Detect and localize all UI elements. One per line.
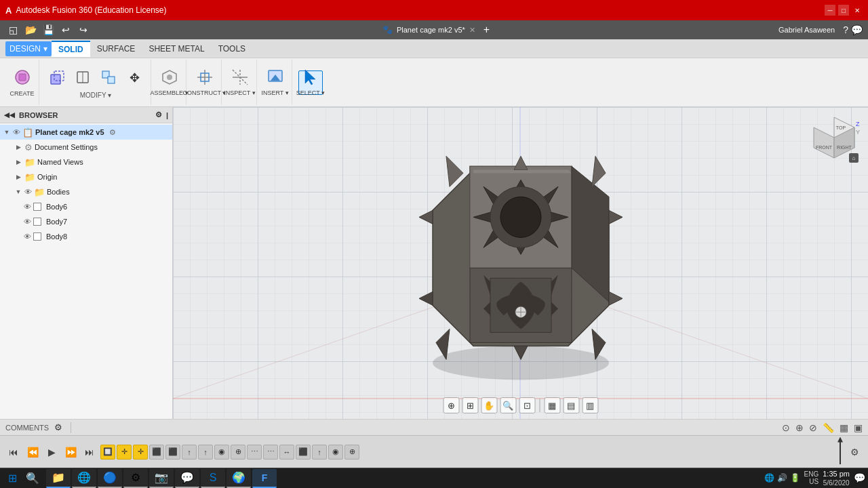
inspect-button[interactable]: INSPECT ▾ <box>228 70 252 95</box>
zoom-button[interactable]: 🔍 <box>500 397 516 413</box>
tl-icon-13[interactable]: ↑ <box>312 445 327 460</box>
open-button[interactable]: 📂 <box>23 22 38 37</box>
insert-group: INSERT ▾ <box>258 60 292 105</box>
grid-settings-button[interactable]: ▤ <box>563 397 579 413</box>
timeline-play-button[interactable]: ▶ <box>43 444 60 460</box>
browser-expand-icon[interactable]: | <box>166 111 168 119</box>
tl-icon-6[interactable]: ↑ <box>198 445 213 460</box>
tab-surface[interactable]: SURFACE <box>90 41 142 56</box>
save-button[interactable]: 💾 <box>41 22 56 37</box>
new-button[interactable]: ◱ <box>5 22 20 37</box>
search-button[interactable]: 🔍 <box>23 469 42 488</box>
browser-arrow-left[interactable]: ◀◀ <box>4 111 15 119</box>
construct-button[interactable]: CONSTRUCT ▾ <box>193 70 217 95</box>
tab-close-icon[interactable]: ✕ <box>469 26 475 35</box>
tl-icon-11[interactable]: ↔ <box>279 445 294 460</box>
taskbar-app5[interactable]: 📷 <box>149 469 174 488</box>
redo-button[interactable]: ↪ <box>76 22 91 37</box>
pan-button[interactable]: ✋ <box>481 397 497 413</box>
tree-item-body8[interactable]: 👁 Body8 <box>0 229 172 244</box>
section-button[interactable]: ⊘ <box>809 422 817 433</box>
tab-sheet-metal[interactable]: SHEET METAL <box>142 41 211 56</box>
tl-icon-2[interactable]: ✛ <box>133 445 148 460</box>
close-button[interactable]: ✕ <box>852 5 863 16</box>
tree-item-bodies[interactable]: ▼ 👁 📁 Bodies <box>0 184 172 199</box>
modify-btn2[interactable] <box>71 66 95 90</box>
viewport-settings-button[interactable]: ▥ <box>582 397 598 413</box>
assemble-button[interactable]: ASSEMBLE ▾ <box>157 70 182 95</box>
tl-icon-0[interactable]: 🔲 <box>100 445 115 460</box>
tree-item-origin[interactable]: ▶ 📁 Origin <box>0 169 172 184</box>
tree-settings-icon[interactable]: ⚙ <box>109 128 116 137</box>
app-logo-icon: A <box>5 5 12 16</box>
help-button[interactable]: ? <box>843 24 848 35</box>
look-at-button[interactable]: ⊞ <box>462 397 478 413</box>
timeline-settings-button[interactable]: ⚙ <box>846 444 863 460</box>
taskbar-chrome[interactable]: 🌐 <box>72 469 96 488</box>
tl-icon-15[interactable]: ⊕ <box>344 445 359 460</box>
undo-button[interactable]: ↩ <box>58 22 73 37</box>
tl-icon-9[interactable]: ⋯ <box>247 445 262 460</box>
measure-button[interactable]: 📏 <box>823 422 834 433</box>
browser-settings-icon[interactable]: ⚙ <box>155 110 162 119</box>
feedback-button[interactable]: 💬 <box>851 24 863 35</box>
status-settings-icon[interactable]: ⚙ <box>54 422 62 432</box>
tl-icon-7[interactable]: ◉ <box>214 445 229 460</box>
grid-toggle[interactable]: ▦ <box>840 422 848 433</box>
minimize-button[interactable]: ─ <box>825 5 835 16</box>
taskbar-skype[interactable]: S <box>201 469 225 488</box>
timeline-cursor[interactable] <box>840 440 841 464</box>
new-tab-button[interactable]: + <box>484 24 490 36</box>
display-settings-button[interactable]: ▦ <box>544 397 560 413</box>
tl-icon-4[interactable]: ⬛ <box>165 445 180 460</box>
modify-btn3[interactable] <box>96 66 121 90</box>
tl-icon-14[interactable]: ◉ <box>328 445 343 460</box>
tl-icon-3[interactable]: ⬛ <box>149 445 164 460</box>
move-button[interactable]: ✥ <box>122 66 146 90</box>
timeline-end-button[interactable]: ⏭ <box>81 444 98 460</box>
timeline-next-button[interactable]: ⏩ <box>62 444 79 460</box>
orbit-button[interactable]: ⊕ <box>443 397 459 413</box>
tl-icon-1[interactable]: ✛ <box>117 445 132 460</box>
taskbar-app6[interactable]: 💬 <box>175 469 199 488</box>
tl-icon-5[interactable]: ↑ <box>182 445 197 460</box>
notification-icon[interactable]: 💬 <box>854 472 865 483</box>
tab-solid[interactable]: SOLID <box>52 41 90 57</box>
timeline-start-button[interactable]: ⏮ <box>5 444 22 460</box>
taskbar-file-explorer[interactable]: 📁 <box>46 469 71 488</box>
tree-item-doc-settings[interactable]: ▶ ⚙ Document Settings <box>0 140 172 155</box>
select-button[interactable]: SELECT ▾ <box>298 70 323 95</box>
tree-item-root[interactable]: ▼ 👁 📋 Planet cage mk2 v5 ⚙ <box>0 125 172 140</box>
insert-button[interactable]: INSERT ▾ <box>263 70 288 95</box>
tree-item-body7[interactable]: 👁 Body7 <box>0 214 172 229</box>
file-explorer-icon: 📁 <box>52 471 65 484</box>
maximize-button[interactable]: □ <box>838 5 849 16</box>
appearance-button[interactable]: ▣ <box>854 422 863 433</box>
visibility-icon-body7[interactable]: 👁 <box>24 218 31 226</box>
taskbar-app3[interactable]: 🔵 <box>98 469 122 488</box>
tl-icon-10[interactable]: ⋯ <box>263 445 278 460</box>
tl-icon-12[interactable]: ⬛ <box>296 445 311 460</box>
visibility-icon-body8[interactable]: 👁 <box>24 232 31 241</box>
design-mode-selector[interactable]: DESIGN ▾ <box>5 41 52 56</box>
fit-button[interactable]: ⊡ <box>519 397 535 413</box>
viewport[interactable]: TOP FRONT RIGHT ⌂ Z Y ⊕ ⊞ ✋ 🔍 ⊡ ▦ ▤ <box>173 107 868 419</box>
tree-item-named-views[interactable]: ▶ 📁 Named Views <box>0 155 172 169</box>
create-button[interactable]: CREATE <box>10 70 35 95</box>
visibility-icon-body6[interactable]: 👁 <box>24 203 31 211</box>
tree-item-body6[interactable]: 👁 Body6 <box>0 199 172 214</box>
start-button[interactable]: ⊞ <box>3 469 22 488</box>
timeline-prev-button[interactable]: ⏪ <box>24 444 41 460</box>
taskbar-app4[interactable]: ⚙ <box>123 469 148 488</box>
explode-button[interactable]: ⊕ <box>795 422 804 433</box>
camera-button[interactable]: ⊙ <box>782 422 790 433</box>
tab-tools[interactable]: TOOLS <box>212 41 252 56</box>
taskbar-browser2[interactable]: 🌍 <box>226 469 251 488</box>
visibility-icon-root[interactable]: 👁 <box>13 128 20 136</box>
modify-btn1[interactable] <box>45 66 69 90</box>
viewcube[interactable]: TOP FRONT RIGHT ⌂ Z Y <box>807 114 861 168</box>
tab-title: Planet cage mk2 v5* <box>397 26 465 34</box>
visibility-icon-bodies[interactable]: 👁 <box>24 188 32 196</box>
taskbar-fusion[interactable]: F <box>252 469 277 488</box>
tl-icon-8[interactable]: ⊕ <box>231 445 245 460</box>
